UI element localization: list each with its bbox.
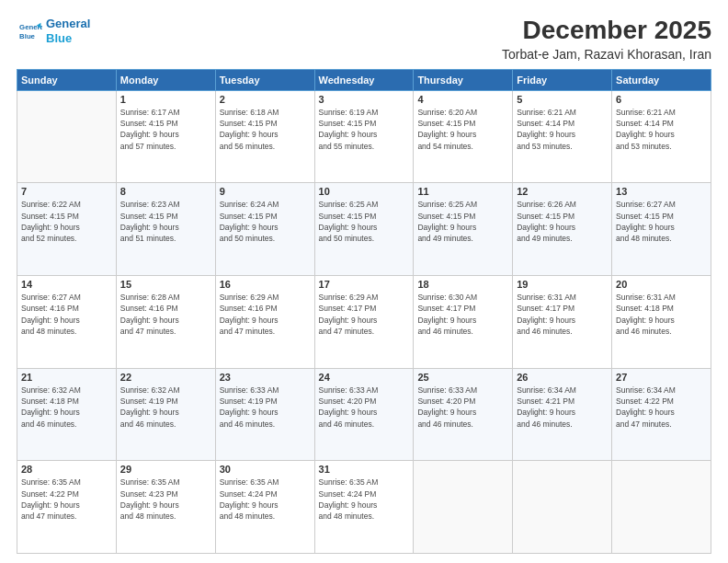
day-number: 1 [120, 94, 211, 105]
day-number: 17 [319, 279, 410, 290]
day-info: Sunrise: 6:32 AMSunset: 4:18 PMDaylight:… [21, 385, 112, 430]
weekday-header: Sunday [17, 69, 117, 90]
calendar-cell [17, 90, 117, 183]
calendar-cell: 5Sunrise: 6:21 AMSunset: 4:14 PMDaylight… [513, 90, 612, 183]
day-number: 26 [517, 372, 608, 383]
calendar-cell: 29Sunrise: 6:35 AMSunset: 4:23 PMDayligh… [116, 461, 215, 554]
calendar-week-row: 7Sunrise: 6:22 AMSunset: 4:15 PMDaylight… [17, 183, 711, 276]
calendar-cell: 25Sunrise: 6:33 AMSunset: 4:20 PMDayligh… [414, 368, 513, 461]
weekday-header: Wednesday [314, 69, 414, 90]
day-info: Sunrise: 6:33 AMSunset: 4:19 PMDaylight:… [220, 385, 311, 430]
day-info: Sunrise: 6:21 AMSunset: 4:14 PMDaylight:… [616, 107, 707, 152]
day-info: Sunrise: 6:33 AMSunset: 4:20 PMDaylight:… [319, 385, 410, 430]
day-number: 23 [220, 372, 311, 383]
calendar-week-row: 14Sunrise: 6:27 AMSunset: 4:16 PMDayligh… [17, 276, 711, 369]
month-title: December 2025 [502, 17, 711, 45]
day-info: Sunrise: 6:27 AMSunset: 4:16 PMDaylight:… [21, 292, 112, 337]
day-number: 21 [21, 372, 112, 383]
calendar-cell: 7Sunrise: 6:22 AMSunset: 4:15 PMDaylight… [17, 183, 117, 276]
day-info: Sunrise: 6:31 AMSunset: 4:18 PMDaylight:… [616, 292, 707, 337]
day-number: 24 [319, 372, 410, 383]
calendar-cell: 15Sunrise: 6:28 AMSunset: 4:16 PMDayligh… [116, 276, 215, 369]
calendar-cell: 23Sunrise: 6:33 AMSunset: 4:19 PMDayligh… [215, 368, 314, 461]
day-number: 16 [220, 279, 311, 290]
day-number: 29 [120, 464, 211, 475]
day-number: 19 [517, 279, 608, 290]
weekday-header: Thursday [414, 69, 513, 90]
calendar-cell: 13Sunrise: 6:27 AMSunset: 4:15 PMDayligh… [612, 183, 711, 276]
day-info: Sunrise: 6:23 AMSunset: 4:15 PMDaylight:… [120, 199, 211, 244]
day-number: 5 [517, 94, 608, 105]
day-info: Sunrise: 6:32 AMSunset: 4:19 PMDaylight:… [120, 385, 211, 430]
day-info: Sunrise: 6:26 AMSunset: 4:15 PMDaylight:… [517, 199, 608, 244]
day-info: Sunrise: 6:21 AMSunset: 4:14 PMDaylight:… [517, 107, 608, 152]
day-number: 25 [417, 372, 508, 383]
calendar-cell: 27Sunrise: 6:34 AMSunset: 4:22 PMDayligh… [612, 368, 711, 461]
day-info: Sunrise: 6:20 AMSunset: 4:15 PMDaylight:… [417, 107, 508, 152]
calendar-cell: 9Sunrise: 6:24 AMSunset: 4:15 PMDaylight… [215, 183, 314, 276]
day-info: Sunrise: 6:31 AMSunset: 4:17 PMDaylight:… [517, 292, 608, 337]
day-number: 22 [120, 372, 211, 383]
day-number: 7 [21, 186, 112, 197]
calendar-cell: 21Sunrise: 6:32 AMSunset: 4:18 PMDayligh… [17, 368, 117, 461]
location-title: Torbat-e Jam, Razavi Khorasan, Iran [502, 47, 711, 62]
day-info: Sunrise: 6:29 AMSunset: 4:17 PMDaylight:… [319, 292, 410, 337]
day-info: Sunrise: 6:22 AMSunset: 4:15 PMDaylight:… [21, 199, 112, 244]
calendar-cell: 17Sunrise: 6:29 AMSunset: 4:17 PMDayligh… [314, 276, 414, 369]
svg-text:Blue: Blue [19, 31, 36, 40]
calendar-cell: 6Sunrise: 6:21 AMSunset: 4:14 PMDaylight… [612, 90, 711, 183]
day-number: 13 [616, 186, 707, 197]
calendar-cell: 14Sunrise: 6:27 AMSunset: 4:16 PMDayligh… [17, 276, 117, 369]
calendar-cell: 10Sunrise: 6:25 AMSunset: 4:15 PMDayligh… [314, 183, 414, 276]
logo: General Blue General Blue [17, 17, 90, 45]
calendar-cell: 19Sunrise: 6:31 AMSunset: 4:17 PMDayligh… [513, 276, 612, 369]
day-number: 14 [21, 279, 112, 290]
calendar-cell [414, 461, 513, 554]
day-info: Sunrise: 6:35 AMSunset: 4:22 PMDaylight:… [21, 477, 112, 522]
day-number: 4 [417, 94, 508, 105]
day-number: 3 [319, 94, 410, 105]
day-info: Sunrise: 6:28 AMSunset: 4:16 PMDaylight:… [120, 292, 211, 337]
day-number: 12 [517, 186, 608, 197]
header-row: SundayMondayTuesdayWednesdayThursdayFrid… [17, 69, 711, 90]
day-number: 28 [21, 464, 112, 475]
title-block: December 2025 Torbat-e Jam, Razavi Khora… [502, 17, 711, 62]
calendar-cell: 11Sunrise: 6:25 AMSunset: 4:15 PMDayligh… [414, 183, 513, 276]
day-number: 30 [220, 464, 311, 475]
day-info: Sunrise: 6:34 AMSunset: 4:22 PMDaylight:… [616, 385, 707, 430]
day-number: 2 [220, 94, 311, 105]
calendar-cell [612, 461, 711, 554]
day-info: Sunrise: 6:17 AMSunset: 4:15 PMDaylight:… [120, 107, 211, 152]
calendar-cell [513, 461, 612, 554]
day-info: Sunrise: 6:19 AMSunset: 4:15 PMDaylight:… [319, 107, 410, 152]
day-number: 6 [616, 94, 707, 105]
day-info: Sunrise: 6:18 AMSunset: 4:15 PMDaylight:… [220, 107, 311, 152]
day-number: 31 [319, 464, 410, 475]
day-info: Sunrise: 6:35 AMSunset: 4:24 PMDaylight:… [220, 477, 311, 522]
day-info: Sunrise: 6:33 AMSunset: 4:20 PMDaylight:… [417, 385, 508, 430]
calendar-cell: 22Sunrise: 6:32 AMSunset: 4:19 PMDayligh… [116, 368, 215, 461]
header: General Blue General Blue December 2025 … [17, 17, 711, 62]
calendar-cell: 8Sunrise: 6:23 AMSunset: 4:15 PMDaylight… [116, 183, 215, 276]
calendar-week-row: 1Sunrise: 6:17 AMSunset: 4:15 PMDaylight… [17, 90, 711, 183]
calendar-week-row: 21Sunrise: 6:32 AMSunset: 4:18 PMDayligh… [17, 368, 711, 461]
calendar-cell: 2Sunrise: 6:18 AMSunset: 4:15 PMDaylight… [215, 90, 314, 183]
day-info: Sunrise: 6:35 AMSunset: 4:23 PMDaylight:… [120, 477, 211, 522]
calendar-cell: 31Sunrise: 6:35 AMSunset: 4:24 PMDayligh… [314, 461, 414, 554]
page: General Blue General Blue December 2025 … [0, 0, 728, 563]
day-number: 15 [120, 279, 211, 290]
day-number: 27 [616, 372, 707, 383]
weekday-header: Friday [513, 69, 612, 90]
day-info: Sunrise: 6:35 AMSunset: 4:24 PMDaylight:… [319, 477, 410, 522]
day-number: 18 [417, 279, 508, 290]
day-number: 20 [616, 279, 707, 290]
day-info: Sunrise: 6:24 AMSunset: 4:15 PMDaylight:… [220, 199, 311, 244]
calendar-cell: 26Sunrise: 6:34 AMSunset: 4:21 PMDayligh… [513, 368, 612, 461]
weekday-header: Monday [116, 69, 215, 90]
calendar-cell: 3Sunrise: 6:19 AMSunset: 4:15 PMDaylight… [314, 90, 414, 183]
calendar-cell: 16Sunrise: 6:29 AMSunset: 4:16 PMDayligh… [215, 276, 314, 369]
calendar-cell: 28Sunrise: 6:35 AMSunset: 4:22 PMDayligh… [17, 461, 117, 554]
day-info: Sunrise: 6:30 AMSunset: 4:17 PMDaylight:… [417, 292, 508, 337]
day-number: 9 [220, 186, 311, 197]
weekday-header: Tuesday [215, 69, 314, 90]
